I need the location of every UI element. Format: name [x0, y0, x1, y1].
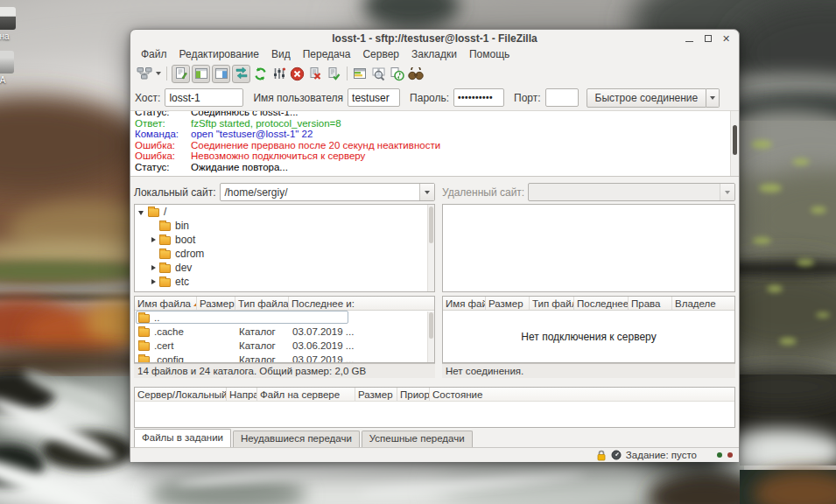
queue-column-size[interactable]: Размер	[355, 388, 397, 401]
toggle-remote-tree-icon[interactable]	[212, 65, 230, 83]
remote-site-combo[interactable]	[528, 183, 735, 201]
minimize-button[interactable]	[680, 32, 699, 46]
quickconnect-button[interactable]: Быстрое соединение	[587, 88, 707, 108]
remote-site-label: Удаленный сайт:	[442, 186, 524, 199]
expand-icon[interactable]	[150, 264, 158, 272]
expand-icon[interactable]	[150, 278, 158, 286]
queue-column-direction[interactable]: Напра	[227, 388, 257, 401]
column-modified[interactable]: Последнее	[574, 297, 629, 310]
close-button[interactable]: ✕	[717, 32, 735, 46]
column-modified[interactable]: Последнее и:	[289, 297, 434, 310]
desktop-icon-2[interactable]: А	[0, 51, 18, 85]
local-site-dropdown-icon[interactable]	[419, 184, 434, 200]
activity-led-green	[717, 452, 722, 458]
tree-item-cdrom[interactable]: cdrom	[135, 247, 434, 261]
file-row[interactable]: .cache Каталог 03.07.2019 ...	[135, 325, 434, 339]
queue-status-text: Задание: пусто	[626, 450, 697, 460]
process-queue-icon[interactable]	[270, 65, 288, 83]
file-row[interactable]: .cert Каталог 03.06.2019 ...	[135, 339, 434, 353]
column-type[interactable]: Тип файла	[235, 297, 289, 310]
remote-file-list[interactable]: Имя фай Размер Тип файл Последнее Права …	[442, 296, 735, 363]
tab-successful-transfers[interactable]: Успешные передачи	[362, 430, 473, 447]
folder-icon	[138, 356, 150, 364]
local-pane: Локальный сайт: /home/sergiy/ / bin boot…	[134, 181, 435, 378]
toggle-log-icon[interactable]	[172, 65, 190, 83]
queue-column-server[interactable]: Сервер/Локальный	[135, 388, 227, 401]
maximize-button[interactable]	[699, 32, 717, 46]
expand-icon[interactable]	[150, 236, 158, 244]
site-manager-icon[interactable]	[135, 65, 153, 83]
desktop-icon-1[interactable]: на	[0, 7, 19, 41]
queue-tabs: Файлы в задании Неудавшиеся передачи Усп…	[130, 428, 739, 447]
local-site-combo[interactable]: /home/sergiy/	[220, 183, 436, 201]
column-permissions[interactable]: Права	[629, 297, 672, 310]
collapse-icon[interactable]	[138, 208, 146, 216]
tree-item-bin[interactable]: bin	[135, 219, 434, 233]
menu-view[interactable]: Вид	[265, 47, 297, 62]
site-manager-dropdown-icon[interactable]	[153, 65, 163, 83]
local-list-scrollbar[interactable]	[427, 312, 434, 362]
menu-transfer[interactable]: Передача	[297, 47, 357, 62]
column-name[interactable]: Имя фай	[443, 297, 486, 310]
host-input[interactable]	[165, 88, 243, 107]
filter-icon[interactable]	[351, 65, 369, 83]
username-input[interactable]	[348, 88, 400, 107]
file-row[interactable]: .config Каталог 03.07.2019 ...	[135, 353, 434, 363]
disconnect-icon[interactable]	[306, 65, 325, 83]
compare-icon[interactable]	[369, 65, 388, 83]
queue-column-priority[interactable]: Приор	[397, 388, 430, 401]
tree-item-root[interactable]: /	[135, 205, 434, 219]
local-tree-scrollbar[interactable]	[427, 205, 434, 291]
log-scrollbar-thumb[interactable]	[733, 125, 737, 155]
username-label: Имя пользователя	[253, 92, 343, 104]
folder-icon	[148, 208, 159, 217]
remote-empty-message: Нет подключения к серверу	[443, 311, 734, 362]
cancel-icon[interactable]	[288, 65, 306, 83]
toggle-queue-icon[interactable]	[232, 65, 250, 83]
tree-item-dev[interactable]: dev	[135, 261, 434, 275]
local-tree[interactable]: / bin boot cdrom dev etc	[134, 204, 435, 292]
tab-queued-files[interactable]: Файлы в задании	[134, 429, 231, 447]
reconnect-icon[interactable]	[325, 65, 343, 83]
speed-limit-icon[interactable]	[611, 450, 622, 460]
column-name[interactable]: Имя файла	[135, 297, 197, 310]
port-input[interactable]	[545, 88, 579, 107]
column-size[interactable]: Размер	[197, 297, 235, 310]
queue-column-remote-file[interactable]: Файл на сервере	[257, 388, 355, 401]
column-type[interactable]: Тип файл	[530, 297, 574, 310]
focus-rect	[136, 311, 348, 324]
local-list-scrollbar-thumb[interactable]	[429, 312, 433, 339]
menu-help[interactable]: Помощь	[463, 47, 516, 62]
toggle-local-tree-icon[interactable]	[192, 65, 210, 83]
password-input[interactable]	[453, 88, 504, 107]
column-size[interactable]: Размер	[486, 297, 530, 310]
folder-icon	[159, 222, 171, 231]
lock-icon[interactable]	[596, 450, 607, 461]
log-scrollbar[interactable]	[730, 111, 739, 176]
queue-column-status[interactable]: Состояние	[430, 388, 734, 401]
title-bar[interactable]: losst-1 - sftp://testuser@losst-1 - File…	[130, 30, 739, 47]
toolbar	[130, 62, 739, 85]
local-status: 14 файлов и 24 каталога. Общий размер: 2…	[134, 363, 435, 378]
tree-item-boot[interactable]: boot	[135, 233, 434, 247]
menu-file[interactable]: Файл	[135, 47, 173, 62]
tree-item-etc[interactable]: etc	[135, 275, 434, 289]
refresh-icon[interactable]	[251, 65, 270, 83]
message-log[interactable]: Статус:Соединяюсь с losst-1... Ответ:fzS…	[130, 111, 739, 177]
tab-failed-transfers[interactable]: Неудавшиеся передачи	[233, 430, 360, 447]
quickconnect-dropdown-button[interactable]	[706, 88, 720, 108]
activity-led-red	[727, 452, 733, 458]
find-files-icon[interactable]	[406, 65, 425, 83]
menu-edit[interactable]: Редактирование	[173, 47, 265, 62]
transfer-queue[interactable]: Сервер/Локальный Напра Файл на сервере Р…	[134, 387, 735, 428]
log-line: Ошибка:Соединение прервано после 20 секу…	[135, 140, 739, 151]
menu-bookmarks[interactable]: Закладки	[405, 47, 463, 62]
sync-browsing-icon[interactable]	[388, 65, 406, 83]
local-tree-scrollbar-thumb[interactable]	[429, 206, 433, 243]
column-owner[interactable]: Владеле	[672, 297, 734, 310]
file-row-up[interactable]: ..	[135, 311, 434, 325]
remote-tree[interactable]	[442, 204, 735, 292]
desktop-icon-2-label: А	[0, 75, 5, 85]
menu-server[interactable]: Сервер	[356, 47, 405, 62]
local-file-list[interactable]: Имя файла Размер Тип файла Последнее и: …	[134, 296, 435, 363]
